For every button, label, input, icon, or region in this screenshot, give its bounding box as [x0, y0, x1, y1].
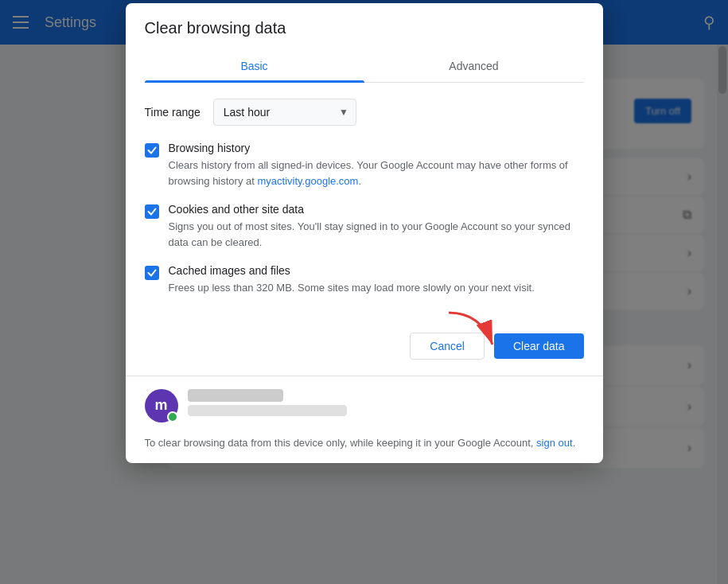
clear-browsing-data-dialog: Clear browsing data Basic Advanced Time … — [126, 3, 603, 463]
cookies-label: Cookies and other site data — [169, 203, 584, 216]
myactivity-link[interactable]: myactivity.google.com — [258, 175, 359, 187]
cookies-checkbox[interactable] — [145, 204, 159, 219]
cached-checkbox[interactable] — [145, 266, 159, 280]
sign-out-link[interactable]: sign out — [536, 437, 573, 449]
time-range-label: Time range — [145, 106, 200, 119]
time-range-select[interactable]: Last hour Last 24 hours Last 7 days Last… — [213, 99, 356, 126]
clear-data-button[interactable]: Clear data — [494, 333, 584, 359]
arrow-annotation — [441, 309, 504, 356]
time-range-select-wrapper[interactable]: Last hour Last 24 hours Last 7 days Last… — [213, 99, 356, 126]
profile-text — [188, 389, 584, 416]
dialog-body: Time range Last hour Last 24 hours Last … — [126, 83, 603, 326]
dialog-header: Clear browsing data Basic Advanced — [126, 3, 603, 83]
browsing-history-content: Browsing history Clears history from all… — [169, 142, 584, 189]
browsing-history-desc: Clears history from all signed-in device… — [169, 158, 584, 189]
dialog-avatar: m — [145, 389, 178, 422]
browsing-history-checkbox[interactable] — [145, 143, 159, 158]
profile-email — [188, 405, 347, 416]
browsing-history-item: Browsing history Clears history from all… — [145, 142, 584, 189]
modal-overlay: Clear browsing data Basic Advanced Time … — [0, 0, 728, 584]
cookies-item: Cookies and other site data Signs you ou… — [145, 203, 584, 250]
cached-item: Cached images and files Frees up less th… — [145, 264, 584, 296]
browsing-history-label: Browsing history — [169, 142, 584, 154]
time-range-row: Time range Last hour Last 24 hours Last … — [145, 99, 584, 126]
cached-content: Cached images and files Frees up less th… — [169, 264, 535, 296]
tab-advanced[interactable]: Advanced — [364, 50, 584, 82]
dialog-title: Clear browsing data — [145, 19, 584, 37]
cached-label: Cached images and files — [169, 264, 535, 277]
cookies-desc: Signs you out of most sites. You'll stay… — [169, 219, 584, 250]
dialog-signout-text: To clear browsing data from this device … — [126, 435, 603, 464]
profile-name — [188, 389, 283, 402]
tab-basic[interactable]: Basic — [145, 50, 364, 82]
dialog-avatar-badge — [167, 411, 178, 422]
dialog-footer: Cancel Clear data — [126, 326, 603, 376]
cached-desc: Frees up less than 320 MB. Some sites ma… — [169, 280, 535, 296]
tabs-row: Basic Advanced — [145, 50, 584, 83]
cookies-content: Cookies and other site data Signs you ou… — [169, 203, 584, 250]
dialog-profile-section: m — [126, 376, 603, 435]
